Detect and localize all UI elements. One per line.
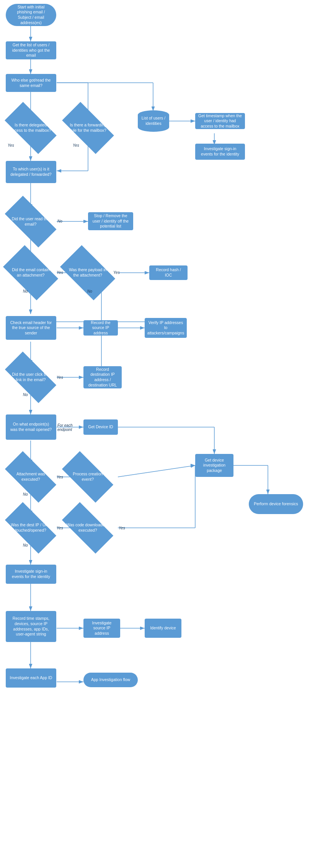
record-hash-node: Record hash / IOC bbox=[149, 265, 188, 280]
get-device-id-node: Get Device ID bbox=[83, 419, 118, 435]
perform-forensics-node: Perform device forensics bbox=[249, 494, 303, 514]
no-label-read: No bbox=[57, 219, 62, 223]
no-label-dest: No bbox=[23, 543, 28, 547]
no-label-click: No bbox=[23, 393, 28, 397]
investigate-app-id-node: Investigate each App ID bbox=[6, 668, 56, 688]
list-identities-node: List of users / identities bbox=[138, 110, 169, 132]
no-label-attachment: No bbox=[23, 289, 28, 293]
identify-device-node: Identify device bbox=[145, 619, 181, 638]
user-click-link-node: Did the user click the link in the email… bbox=[5, 352, 56, 403]
svg-line-34 bbox=[118, 465, 195, 477]
yes-label-dest: Yes bbox=[57, 526, 63, 530]
who-else-node: Who else got/read the same email? bbox=[6, 74, 56, 92]
stop-remove-node: Stop / Remove the user / identity off th… bbox=[88, 212, 133, 230]
flowchart-diagram: Start with initial phishing email / Subj… bbox=[0, 0, 328, 868]
record-source-ip-node: Record the source IP address bbox=[83, 320, 118, 336]
process-creation-node: Process creation event? bbox=[62, 451, 113, 503]
verify-ip-node: Verify IP addresses to attackers/campaig… bbox=[145, 318, 187, 338]
email-attachment-node: Did the email contain an attachment? bbox=[3, 245, 58, 300]
app-investigation-flow-node: App Investigation flow bbox=[83, 673, 138, 687]
no-label-executed: No bbox=[23, 492, 28, 496]
record-dest-ip-node: Record destination IP address / destinat… bbox=[83, 366, 122, 388]
check-header-node: Check email header for the true source o… bbox=[6, 316, 56, 340]
get-timestamp-node: Get timestamp when the user / identity h… bbox=[195, 113, 245, 129]
get-device-package-node: Get device investigation package bbox=[195, 454, 233, 477]
yes-label-delegated: Yes bbox=[8, 143, 14, 147]
yes-label-payload: Yes bbox=[113, 270, 120, 275]
attachment-executed-node: Attachment was executed? bbox=[5, 451, 56, 503]
record-timestamps-node: Record time stamps, devices, source IP a… bbox=[6, 611, 56, 642]
yes-label-executed: Yes bbox=[57, 475, 63, 479]
dest-ip-touched-node: Was the dest IP / URL touched/opened? bbox=[5, 502, 56, 554]
get-users-node: Get the list of users / identities who g… bbox=[6, 41, 56, 59]
to-which-users-node: To which user(s) is it delegated / forwa… bbox=[6, 161, 56, 183]
yes-label-code: Yes bbox=[119, 526, 125, 530]
yes-label-forwarding: Yes bbox=[73, 143, 79, 147]
code-downloaded-node: Was code downloaded / executed? bbox=[62, 502, 113, 554]
did-user-read-node: Did the user read the email? bbox=[5, 196, 56, 247]
investigate-signin1-node: Investigate sign-in events for the ident… bbox=[195, 144, 245, 160]
yes-label-click: Yes bbox=[57, 375, 63, 380]
no-label-payload: No bbox=[87, 289, 92, 293]
investigate-signin2-node: Investigate sign-in events for the ident… bbox=[6, 565, 56, 584]
start-node: Start with initial phishing email / Subj… bbox=[6, 4, 56, 26]
yes-label-attachment: Yes bbox=[57, 270, 63, 275]
forwarding-rule-node: Is there a forwarding rule for the mailb… bbox=[62, 102, 114, 154]
investigate-source-ip-node: Investigate source IP address bbox=[83, 619, 120, 638]
on-endpoint-node: On what endpoint(s) was the email opened… bbox=[6, 414, 56, 440]
for-each-endpoint-label: For eachendpoint bbox=[57, 423, 72, 432]
